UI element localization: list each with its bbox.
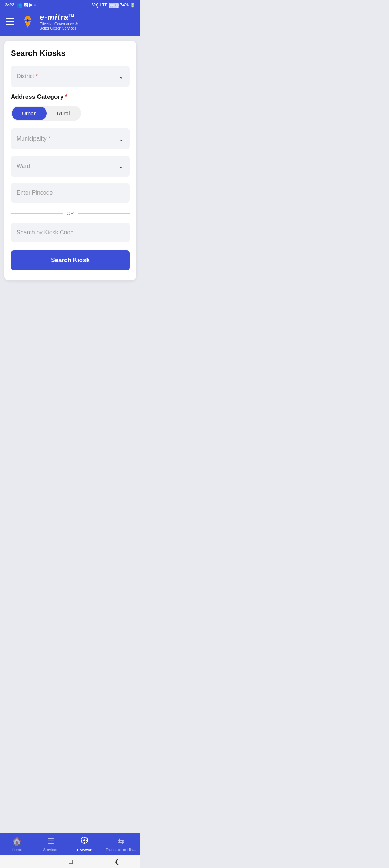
svg-point-1 bbox=[27, 19, 29, 22]
kiosk-code-input[interactable] bbox=[11, 223, 130, 242]
urban-toggle-button[interactable]: Urban bbox=[12, 107, 47, 120]
signal-bars: ▓▓▓ bbox=[109, 3, 119, 8]
brand-text: e-mitraTM Effective Governance ® Better … bbox=[40, 13, 78, 31]
notification-icons: 👥 🖼 ▶ • bbox=[16, 2, 36, 8]
municipality-label: Municipality* bbox=[17, 136, 50, 142]
battery-percent: 74% bbox=[120, 3, 129, 8]
municipality-chevron-icon: ⌄ bbox=[119, 135, 124, 143]
tagline: Effective Governance ® Better Citizen Se… bbox=[40, 22, 78, 31]
search-kiosks-card: Search Kiosks District* ⌄ Address Catego… bbox=[4, 41, 136, 280]
ward-dropdown[interactable]: Ward ⌄ bbox=[11, 156, 130, 177]
page-title: Search Kiosks bbox=[11, 49, 130, 58]
search-kiosk-button[interactable]: Search Kiosk bbox=[11, 250, 130, 270]
status-bar: 3:22 👥 🖼 ▶ • Vo) LTE ▓▓▓ 74% 🔋 bbox=[0, 0, 140, 9]
district-dropdown[interactable]: District* ⌄ bbox=[11, 66, 130, 87]
main-content: Search Kiosks District* ⌄ Address Catego… bbox=[0, 36, 140, 285]
status-left: 3:22 👥 🖼 ▶ • bbox=[5, 2, 36, 8]
divider-line-right bbox=[78, 213, 130, 214]
district-label: District* bbox=[17, 73, 38, 80]
divider-line-left bbox=[11, 213, 63, 214]
logo-icon bbox=[19, 13, 37, 31]
app-header: e-mitraTM Effective Governance ® Better … bbox=[0, 9, 140, 36]
address-category-toggle: Urban Rural bbox=[11, 106, 81, 121]
address-category-label: Address Category* bbox=[11, 93, 130, 101]
rural-toggle-button[interactable]: Rural bbox=[47, 107, 80, 120]
ward-label: Ward bbox=[17, 163, 30, 169]
hamburger-menu[interactable] bbox=[6, 18, 14, 25]
municipality-dropdown[interactable]: Municipality* ⌄ bbox=[11, 128, 130, 149]
battery-icon: 🔋 bbox=[130, 3, 135, 8]
logo-area: e-mitraTM Effective Governance ® Better … bbox=[19, 13, 78, 31]
or-divider: OR bbox=[11, 211, 130, 216]
district-chevron-icon: ⌄ bbox=[119, 72, 124, 80]
or-text: OR bbox=[67, 211, 74, 216]
ward-chevron-icon: ⌄ bbox=[119, 162, 124, 170]
time-display: 3:22 bbox=[5, 2, 14, 8]
signal-type: Vo) LTE bbox=[92, 3, 108, 8]
brand-name: e-mitraTM bbox=[40, 13, 78, 22]
pincode-input[interactable] bbox=[11, 183, 130, 203]
status-right: Vo) LTE ▓▓▓ 74% 🔋 bbox=[92, 3, 135, 8]
